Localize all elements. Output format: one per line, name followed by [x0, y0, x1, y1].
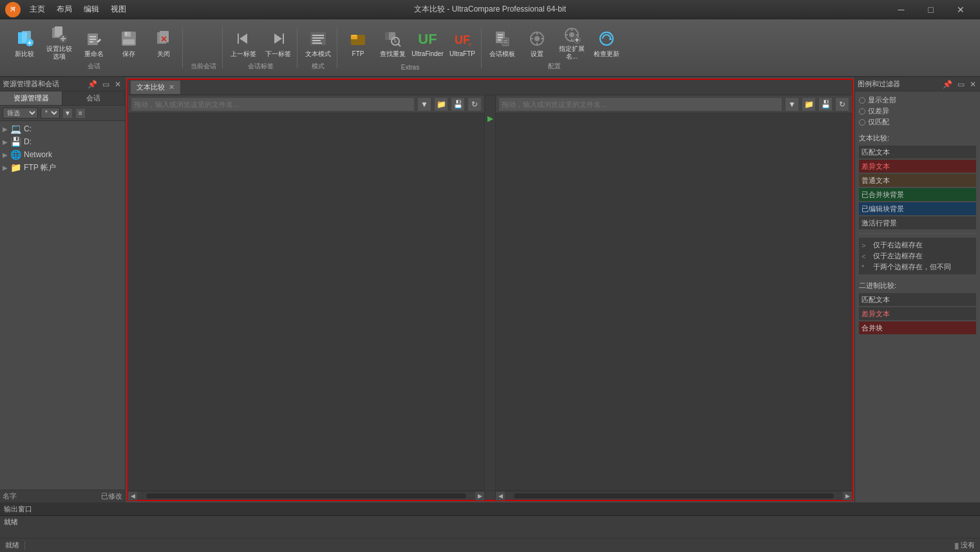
left-scroll-right[interactable]: ▶: [475, 491, 484, 500]
svg-marker-20: [240, 33, 247, 44]
update-button[interactable]: 检查更新: [590, 24, 623, 61]
sidebar-title: 资源管理器和会话: [3, 79, 86, 89]
ultrafinder-icon: UF: [417, 28, 438, 49]
menu-view[interactable]: 视图: [106, 3, 131, 16]
rename-button[interactable]: 重命名: [77, 24, 111, 61]
prev-tab-button[interactable]: 上一标签: [227, 24, 260, 61]
close-session-button[interactable]: 关闭: [147, 24, 180, 61]
sidebar-view-button[interactable]: ≡: [75, 108, 86, 119]
prev-tab-icon: [233, 28, 254, 49]
left-refresh-button[interactable]: ↻: [467, 97, 482, 111]
finddup-button[interactable]: ≡ 查找重复: [376, 24, 410, 61]
next-tab-button[interactable]: 下一标签: [261, 24, 295, 61]
sidebar-float-icon[interactable]: ▭: [101, 79, 111, 90]
sidebar-columns: 名字 已修改: [0, 490, 125, 502]
config-button[interactable]: 设置: [520, 24, 554, 61]
compare-tab-close-icon[interactable]: ✕: [169, 83, 174, 91]
menu-layout[interactable]: 布局: [52, 3, 77, 16]
legend-merged-bg: 已合并块背景: [859, 188, 976, 201]
status-separator: [24, 541, 25, 550]
legend-diff-text: 差异文本: [859, 160, 976, 173]
main-area: 资源管理器和会话 📌 ▭ ✕ 资源管理器 会话 筛选 ** ▼ ≡: [0, 77, 980, 552]
filter-select[interactable]: 筛选: [3, 108, 38, 119]
legend-pin-icon[interactable]: 📌: [941, 79, 954, 90]
menu-edit[interactable]: 编辑: [79, 3, 104, 16]
radio-diff-only[interactable]: 仅差异: [859, 106, 976, 116]
window-controls: ─ □ ✕: [887, 0, 975, 19]
status-bar: 就绪 ||| 没有: [0, 538, 980, 552]
right-h-scroll[interactable]: ◀ ▶: [496, 491, 852, 500]
tab-session[interactable]: 会话: [62, 91, 125, 105]
sidebar-filter-button[interactable]: ▼: [62, 108, 73, 119]
right-pane-header: ▼ 📁 💾 ↻: [496, 95, 852, 113]
tree-item-c[interactable]: ▶ 💻 C:: [0, 122, 125, 135]
ftp-button[interactable]: FTP: [341, 24, 375, 61]
left-saveas-button[interactable]: 💾: [451, 97, 465, 111]
right-scroll-left[interactable]: ◀: [496, 491, 505, 500]
compare-tab-bar: 文本比较 ✕: [128, 80, 852, 95]
radio-show-all[interactable]: 显示全部: [859, 95, 976, 105]
svg-line-34: [398, 44, 400, 46]
left-dropdown-button[interactable]: ▼: [417, 97, 431, 111]
left-scroll-left[interactable]: ◀: [128, 491, 137, 500]
ultraftp-button[interactable]: UF P UltraFTP: [446, 24, 479, 61]
new-compare-button[interactable]: + 新比较: [8, 24, 41, 61]
ultraftp-label: UltraFTP: [449, 50, 475, 58]
maximize-button[interactable]: □: [916, 0, 945, 19]
filter-select2[interactable]: **: [41, 108, 60, 119]
menu-home[interactable]: 主页: [24, 3, 50, 16]
right-open-button[interactable]: 📁: [802, 97, 816, 111]
app-logo: 河: [5, 2, 21, 17]
minimize-button[interactable]: ─: [887, 0, 916, 19]
tree-item-network[interactable]: ▶ 🌐 Network: [0, 148, 125, 161]
compare-run-button[interactable]: ▶: [485, 113, 495, 124]
left-file-input[interactable]: [131, 97, 415, 111]
tree-item-d[interactable]: ▶ 💾 D:: [0, 135, 125, 148]
toolbar-group-extras: FTP ≡ 查找重复 UF: [339, 22, 482, 73]
next-tab-icon: [268, 28, 288, 49]
right-dropdown-button[interactable]: ▼: [785, 97, 799, 111]
radio-match-only[interactable]: 仅匹配: [859, 117, 976, 127]
legend-merged-label: 已合并块背景: [862, 190, 904, 200]
sidebar-pin-icon[interactable]: 📌: [86, 79, 99, 90]
compare-tab-text[interactable]: 文本比较 ✕: [131, 81, 180, 94]
sym-both-icon: *: [862, 263, 871, 271]
close-button[interactable]: ✕: [946, 0, 975, 19]
text-mode-button[interactable]: 文本模式: [301, 24, 335, 61]
right-refresh-button[interactable]: ↻: [835, 97, 849, 111]
group-current-label: 当前会话: [191, 61, 216, 71]
tab-resource-manager[interactable]: 资源管理器: [0, 91, 62, 105]
group-mode-label: 模式: [312, 61, 325, 71]
left-h-scroll[interactable]: ◀ ▶: [128, 491, 484, 500]
radio-show-all-label: 显示全部: [868, 95, 896, 105]
legend-bin-merge: 合并块: [859, 321, 976, 334]
legend-sym-group: > 仅于右边框存在 < 仅于左边框存在 * 于两个边框存在，但不同: [859, 238, 976, 274]
save-button[interactable]: 保存: [112, 24, 146, 61]
radio-match-only-indicator: [859, 119, 865, 126]
legend-close-icon[interactable]: ✕: [968, 79, 977, 90]
tree-item-ftp[interactable]: ▶ 📁 FTP 帐户: [0, 161, 125, 174]
tree-icon-c: 💻: [10, 124, 21, 134]
output-content: 就绪: [0, 516, 980, 538]
legend-float-icon[interactable]: ▭: [956, 79, 966, 90]
sym-right-label: 仅于右边框存在: [873, 240, 923, 250]
legend-bin-match: 匹配文本: [859, 293, 976, 306]
sidebar-close-icon[interactable]: ✕: [113, 79, 122, 90]
text-mode-label: 文本模式: [305, 50, 331, 58]
svg-text:P: P: [469, 42, 471, 48]
right-file-input[interactable]: [498, 97, 782, 111]
tree-icon-d: 💾: [10, 137, 21, 147]
left-pane: ▼ 📁 💾 ↻: [128, 95, 484, 490]
output-title: 输出窗口: [4, 504, 32, 514]
legend-edited-bg: 已编辑块背景: [859, 202, 976, 215]
sym-both-label: 于两个边框存在，但不同: [873, 262, 951, 272]
rename-label: 重命名: [84, 50, 104, 58]
session-template-button[interactable]: 会话模板: [485, 24, 519, 61]
right-scroll-right[interactable]: ▶: [843, 491, 852, 500]
settings-button[interactable]: 设置比较选项: [42, 24, 76, 61]
ultrafinder-button[interactable]: UF UltraFinder: [411, 24, 444, 61]
svg-text:UF: UF: [455, 33, 470, 46]
extend-button[interactable]: 指定扩展名...: [555, 24, 589, 61]
right-saveas-button[interactable]: 💾: [818, 97, 833, 111]
left-open-button[interactable]: 📁: [434, 97, 448, 111]
